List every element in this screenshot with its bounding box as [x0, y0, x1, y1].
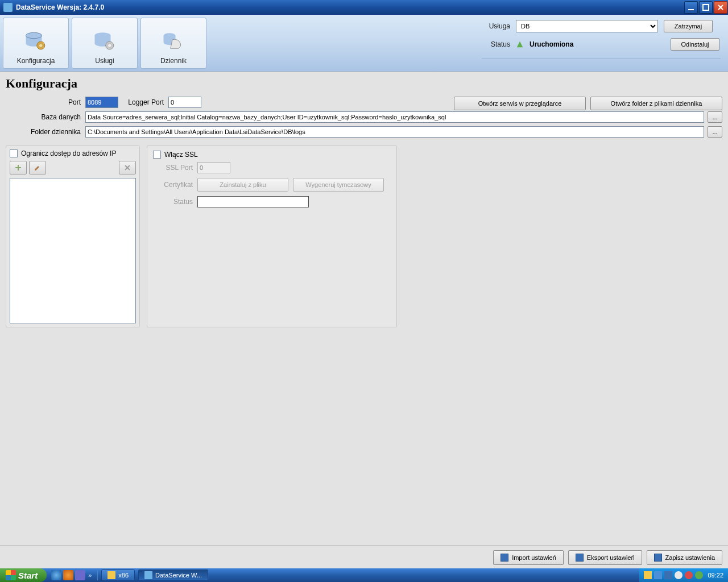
tab-label: Dziennik [160, 57, 187, 65]
import-settings-button[interactable]: Import ustawień [493, 550, 564, 565]
tray-icon[interactable] [675, 571, 682, 579]
logger-port-input[interactable] [168, 97, 201, 108]
database-log-icon [162, 30, 185, 53]
ssl-panel: Włącz SSL SSL Port Certyfikat Zainstaluj… [147, 146, 397, 327]
ip-list[interactable] [10, 178, 136, 323]
ssl-port-label: SSL Port [153, 164, 193, 172]
main-content: Konfiguracja Port Logger Port Otwórz ser… [0, 72, 728, 546]
tab-konfiguracja[interactable]: Konfiguracja [3, 18, 69, 69]
ip-add-button[interactable] [10, 161, 27, 174]
export-label: Eksport ustawień [587, 554, 635, 561]
db-connection-input[interactable] [85, 111, 704, 123]
status-label: Status [482, 40, 510, 48]
tray-icon[interactable] [654, 571, 662, 579]
taskbar-item-dataservice[interactable]: DataService W... [138, 569, 208, 581]
folder-icon [107, 571, 115, 579]
ssl-status-label: Status [153, 198, 193, 206]
maximize-button[interactable] [699, 1, 713, 14]
database-services-icon [93, 30, 117, 53]
bottom-bar: Import ustawień Eksport ustawień Zapisz … [0, 546, 728, 568]
quick-launch: » [47, 570, 98, 580]
ip-edit-button[interactable] [29, 161, 46, 174]
status-value: Uruchomiona [530, 40, 665, 48]
tab-label: Konfiguracja [17, 57, 55, 65]
port-label: Port [6, 98, 85, 106]
minimize-button[interactable] [684, 1, 698, 14]
ip-restrict-checkbox[interactable] [10, 149, 18, 157]
logfolder-label: Folder dziennika [6, 128, 85, 136]
app-icon [3, 3, 13, 12]
tab-dziennik[interactable]: Dziennik [140, 18, 206, 69]
start-label: Start [18, 571, 38, 580]
delete-icon [123, 164, 131, 172]
save-icon [654, 554, 662, 562]
ssl-status-value [197, 196, 309, 207]
tray-icon[interactable] [695, 571, 703, 579]
app-icon [144, 571, 152, 579]
logfolder-browse-button[interactable]: ... [708, 126, 722, 138]
tray-shield-icon[interactable] [685, 571, 693, 579]
open-browser-button[interactable]: Otwórz serwis w przeglądarce [454, 97, 586, 110]
zatrzymaj-button[interactable]: Zatrzymaj [664, 20, 713, 32]
system-tray: 09:22 [639, 568, 728, 582]
ssl-install-button: Zainstaluj z pliku [197, 178, 288, 192]
window-title: DataService Wersja: 2.4.7.0 [16, 3, 684, 11]
window-titlebar: DataService Wersja: 2.4.7.0 [0, 0, 728, 15]
ssl-generate-button: Wygeneruj tymczasowy [293, 178, 384, 192]
firefox-icon[interactable] [63, 570, 73, 580]
tab-uslugi[interactable]: Usługi [72, 18, 138, 69]
port-input[interactable] [85, 97, 118, 108]
ip-delete-button[interactable] [119, 161, 136, 174]
save-settings-button[interactable]: Zapisz ustawienia [647, 550, 722, 565]
main-toolbar: Konfiguracja Usługi Dziennik Usługa DB Z… [0, 15, 728, 72]
windows-taskbar: Start » x86 DataService W... 09:22 [0, 568, 728, 582]
ssl-cert-label: Certyfikat [153, 181, 193, 189]
tray-icon[interactable] [664, 571, 672, 579]
tab-label: Usługi [95, 57, 114, 65]
export-icon [576, 554, 584, 562]
ssl-port-input [197, 162, 230, 173]
tray-icon[interactable] [644, 571, 652, 579]
close-button[interactable] [714, 1, 727, 14]
taskbar-clock[interactable]: 09:22 [708, 572, 723, 579]
svg-rect-0 [688, 9, 694, 10]
chevron-icon[interactable]: » [87, 572, 93, 579]
start-button[interactable]: Start [0, 568, 47, 582]
separator [482, 59, 721, 59]
db-label: Baza danych [6, 113, 85, 121]
svg-point-8 [108, 44, 111, 47]
windows-logo-icon [6, 570, 16, 580]
save-label: Zapisz ustawienia [665, 554, 715, 561]
task-label: x86 [118, 572, 129, 579]
edit-icon [34, 164, 42, 172]
ip-restriction-panel: Ogranicz dostęp do adresów IP [6, 146, 140, 327]
page-title: Konfiguracja [6, 76, 722, 91]
open-logs-folder-button[interactable]: Otwórz folder z plikami dziennika [590, 97, 722, 110]
plus-icon [14, 164, 22, 172]
task-label: DataService W... [155, 572, 202, 579]
odinstaluj-button[interactable]: Odinstaluj [671, 38, 719, 51]
logger-port-label: Logger Port [118, 98, 168, 106]
db-browse-button[interactable]: ... [708, 111, 722, 123]
ssl-enable-label: Włącz SSL [164, 151, 198, 159]
export-settings-button[interactable]: Eksport ustawień [568, 550, 642, 565]
ie-icon[interactable] [51, 570, 61, 580]
svg-rect-1 [703, 5, 709, 10]
usluga-select[interactable]: DB [516, 20, 658, 32]
svg-point-5 [39, 44, 42, 47]
import-label: Import ustawień [512, 554, 556, 561]
desktop-icon[interactable] [75, 570, 85, 580]
ip-restrict-label: Ogranicz dostęp do adresów IP [21, 149, 116, 157]
logfolder-input[interactable] [85, 126, 704, 138]
taskbar-item-x86[interactable]: x86 [101, 569, 135, 581]
import-icon [500, 554, 508, 562]
ssl-enable-checkbox[interactable] [153, 151, 161, 159]
database-config-icon [24, 30, 48, 53]
status-running-icon [516, 40, 524, 48]
usluga-label: Usługa [482, 22, 510, 30]
